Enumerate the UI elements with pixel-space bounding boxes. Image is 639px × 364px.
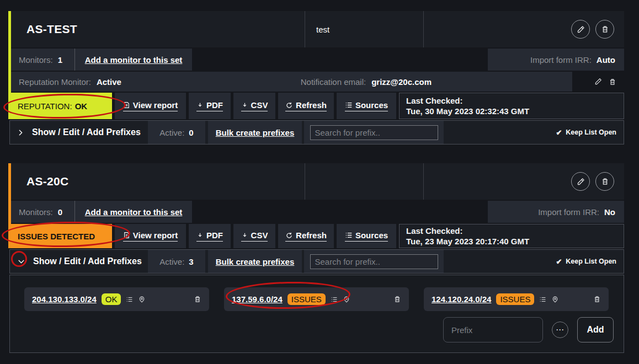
active-label: Active: [159, 257, 184, 266]
last-checked-label: Last Checked: [406, 226, 624, 237]
delete-prefix-button[interactable] [194, 295, 201, 303]
issues-status-badge: ISSUES DETECTED [11, 224, 112, 248]
panel-description: test [316, 25, 329, 34]
prefix-item: 137.59.6.0/24 ISSUES [224, 287, 409, 311]
prefix-search-input[interactable] [310, 254, 438, 269]
document-icon [123, 101, 130, 109]
sources-button[interactable]: Sources [337, 93, 396, 119]
add-prefix-button[interactable]: Add [577, 317, 614, 342]
download-icon [196, 101, 204, 109]
pencil-icon [577, 25, 585, 34]
panel-accent-block: AS-TEST test Monitors: 1 Add a m [8, 11, 624, 119]
edit-monitor-button[interactable] [594, 78, 602, 85]
more-options-button[interactable]: ⋯ [552, 322, 568, 338]
prefix-search-input[interactable] [310, 125, 438, 140]
status-toolbar-row: ISSUES DETECTED View report PDF CSV Refr… [11, 224, 624, 248]
monitor-sets-page: AS-TEST test Monitors: 1 Add a m [0, 0, 639, 364]
trash-icon [393, 295, 401, 303]
refresh-icon [285, 101, 293, 109]
show-edit-prefixes-toggle[interactable]: Show / Edit / Add Prefixes [10, 121, 148, 144]
trash-icon [593, 295, 601, 303]
import-irr-label: Import form IRR: [530, 55, 592, 65]
prefix-link[interactable]: 204.130.133.0/24 [32, 295, 97, 304]
document-icon [123, 231, 130, 239]
edit-set-button[interactable] [571, 20, 590, 39]
add-monitor-link[interactable]: Add a monitor to this set [85, 55, 183, 65]
prefixes-bar: Show / Edit / Add Prefixes Active: 3 Bul… [9, 249, 624, 274]
monitors-count: 1 [58, 55, 62, 65]
bulk-create-prefixes-link[interactable]: Bulk create prefixes [216, 257, 295, 266]
list-icon [345, 101, 353, 109]
new-prefix-input[interactable] [443, 317, 543, 342]
bulk-create-prefixes-link[interactable]: Bulk create prefixes [216, 128, 295, 137]
list-icon [345, 232, 353, 239]
view-report-button[interactable]: View report [115, 224, 186, 248]
panel-accent-block: AS-20C Monitors: 0 Add a monito [8, 163, 624, 248]
panel-header: AS-TEST test [11, 11, 624, 47]
last-checked: Last Checked: Tue, 23 May 2023 20:17:40 … [399, 224, 624, 248]
trash-icon [601, 177, 609, 186]
list-icon [539, 296, 546, 303]
edit-set-button[interactable] [571, 172, 590, 191]
last-checked-value: Tue, 23 May 2023 20:17:40 GMT [406, 236, 624, 247]
delete-monitor-button[interactable] [609, 78, 616, 86]
sources-button[interactable]: Sources [337, 224, 396, 248]
prefix-sources-button[interactable] [331, 296, 338, 303]
notification-email-value: grizz@20c.com [371, 77, 432, 87]
add-prefix-row: ⋯ Add [443, 317, 614, 342]
monitor-set-panel-as-test: AS-TEST test Monitors: 1 Add a m [8, 11, 624, 144]
delete-set-button[interactable] [595, 172, 614, 191]
panel-header: AS-20C [11, 163, 624, 200]
prefix-link[interactable]: 137.59.6.0/24 [232, 295, 283, 304]
prefix-location-button[interactable] [551, 295, 559, 303]
reputation-monitor-value: Active [97, 77, 121, 87]
show-edit-prefixes-toggle[interactable]: Show / Edit / Add Prefixes [10, 250, 148, 273]
active-label: Active: [159, 128, 184, 137]
refresh-button[interactable]: Refresh [278, 224, 334, 248]
refresh-button[interactable]: Refresh [278, 93, 334, 119]
prefix-location-button[interactable] [343, 295, 350, 303]
view-report-button[interactable]: View report [115, 93, 186, 119]
prefix-status-badge: OK [102, 293, 121, 305]
import-irr-value: Auto [597, 55, 615, 65]
trash-icon [609, 78, 616, 86]
import-irr-value: No [604, 207, 615, 217]
chevron-right-icon [17, 129, 24, 137]
prefix-sources-button[interactable] [539, 296, 546, 303]
prefix-sources-button[interactable] [126, 296, 133, 303]
import-irr-label: Import form IRR: [538, 207, 599, 217]
delete-prefix-button[interactable] [393, 295, 401, 303]
trash-icon [601, 25, 609, 34]
monitors-label: Monitors: [19, 55, 53, 65]
pencil-icon [577, 178, 585, 186]
download-csv-button[interactable]: CSV [233, 93, 275, 119]
download-csv-button[interactable]: CSV [233, 224, 275, 248]
monitors-count: 0 [58, 207, 62, 217]
panel-title: AS-TEST [26, 23, 77, 36]
download-pdf-button[interactable]: PDF [189, 93, 231, 119]
refresh-icon [285, 232, 293, 239]
notification-email-label: Notification email: [301, 77, 366, 87]
last-checked-label: Last Checked: [406, 95, 624, 106]
keep-list-open-checkbox[interactable]: ✔ Keep List Open [556, 250, 624, 273]
checkmark-icon: ✔ [556, 258, 562, 266]
add-monitor-link[interactable]: Add a monitor to this set [85, 207, 183, 217]
download-icon [196, 232, 204, 239]
monitors-label: Monitors: [19, 207, 53, 217]
prefix-link[interactable]: 124.120.24.0/24 [432, 295, 491, 304]
checkmark-icon: ✔ [556, 129, 562, 137]
keep-list-open-checkbox[interactable]: ✔ Keep List Open [556, 121, 624, 144]
download-icon [241, 232, 248, 239]
trash-icon [194, 295, 201, 303]
map-pin-icon [551, 295, 559, 303]
download-pdf-button[interactable]: PDF [189, 224, 231, 248]
prefix-status-badge: ISSUES [496, 293, 534, 305]
prefix-list-container: 204.130.133.0/24 OK 137.59.6.0/24 ISSUES… [9, 275, 624, 353]
prefix-location-button[interactable] [138, 295, 146, 303]
delete-prefix-button[interactable] [593, 295, 601, 303]
delete-set-button[interactable] [595, 20, 614, 39]
monitors-row: Monitors: 0 Add a monitor to this set Im… [11, 201, 624, 223]
last-checked: Last Checked: Tue, 30 May 2023 02:32:43 … [399, 93, 624, 119]
map-pin-icon [343, 295, 350, 303]
last-checked-value: Tue, 30 May 2023 02:32:43 GMT [406, 106, 624, 117]
